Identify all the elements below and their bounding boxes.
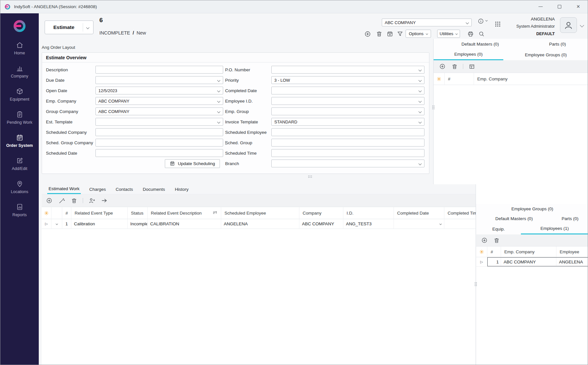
table-row[interactable]: ▷ 1 Calibration Incomplete CALIBRATION A… (42, 219, 476, 229)
scheduled-time-input[interactable] (271, 149, 424, 157)
column-header[interactable]: Related Event Description (148, 207, 221, 219)
completed-date-select[interactable] (271, 87, 424, 94)
record-type-selector[interactable]: Estimate (45, 21, 93, 34)
column-header[interactable]: # (62, 207, 71, 219)
splitter-drag-handle[interactable] (308, 175, 312, 178)
column-header[interactable]: # (487, 246, 501, 257)
priority-select[interactable]: 3 - LOW (271, 76, 424, 84)
sort-icon[interactable] (212, 210, 218, 216)
sidebar-item-equipment[interactable]: Equipment (0, 83, 39, 106)
info-button[interactable] (477, 18, 484, 25)
column-header[interactable]: Related Event Type (71, 207, 128, 219)
tab-employee-groups-bottom[interactable]: Employee Groups (0) (476, 204, 588, 214)
delete-row-button[interactable] (493, 237, 500, 244)
branch-select[interactable] (271, 160, 424, 167)
row-expander[interactable]: ▷ (45, 222, 48, 226)
sidebar-item-reports[interactable]: Reports (0, 199, 39, 222)
sidebar-item-locations[interactable]: Locations (0, 175, 39, 199)
column-header[interactable]: I.D. (343, 207, 394, 219)
emp-company-select[interactable]: ABC COMPANY (95, 97, 223, 105)
panel-drag-handle[interactable] (474, 282, 477, 287)
description-input[interactable] (95, 66, 223, 74)
calendar-button[interactable] (386, 30, 394, 37)
row-dropdown-chevron-icon[interactable] (55, 223, 58, 225)
delete-row-button[interactable] (451, 63, 458, 70)
add-row-button[interactable] (481, 237, 488, 244)
delete-work-button[interactable] (70, 197, 78, 204)
add-record-button[interactable] (364, 30, 371, 37)
sidebar-item-order-system[interactable]: Order System (0, 129, 39, 152)
delete-record-button[interactable] (376, 30, 383, 37)
tab-employee-groups[interactable]: Employee Groups (0) (503, 49, 588, 60)
tab-estimated-work[interactable]: Estimated Work (47, 184, 81, 194)
close-button[interactable]: × (569, 0, 588, 13)
open-date-select[interactable]: 12/5/2023 (95, 87, 223, 94)
assign-employee-button[interactable] (88, 197, 95, 204)
sun-icon[interactable] (44, 211, 49, 216)
layout-grid-button[interactable] (468, 63, 475, 70)
sun-icon[interactable] (437, 77, 441, 81)
est-template-select[interactable] (95, 118, 223, 126)
tab-documents[interactable]: Documents (141, 184, 166, 194)
sidebar-item-company[interactable]: Company (0, 60, 39, 83)
work-grid-body[interactable] (42, 229, 476, 365)
sidebar-item-pending-work[interactable]: Pending Work (0, 106, 39, 129)
search-button[interactable] (478, 30, 485, 37)
tab-employees[interactable]: Employees (0) (434, 49, 503, 60)
row-expander[interactable]: ▷ (480, 260, 483, 264)
chevron-down-icon (419, 68, 422, 72)
sun-icon[interactable] (479, 249, 484, 254)
tab-employees-bottom[interactable]: Employees (1) (521, 223, 588, 234)
tab-default-masters-bottom[interactable]: Default Masters (0) (476, 214, 552, 223)
due-date-select[interactable] (95, 76, 223, 84)
filter-button[interactable] (396, 30, 404, 37)
table-row[interactable]: ▷ 1 ABC COMPANY ANGELENA (476, 257, 588, 267)
column-header[interactable]: Employee (556, 246, 588, 257)
groups-grid-body[interactable] (476, 267, 588, 365)
tab-history[interactable]: History (174, 184, 190, 194)
column-header[interactable]: Company (299, 207, 343, 219)
panel-drag-handle[interactable] (432, 105, 435, 110)
invoice-template-select[interactable]: STANDARD (271, 118, 424, 126)
print-button[interactable] (467, 30, 474, 37)
tab-charges[interactable]: Charges (88, 184, 107, 194)
column-header[interactable]: Emp. Company (501, 246, 556, 257)
update-scheduling-button[interactable]: Update Scheduling (165, 159, 220, 168)
tab-default-masters[interactable]: Default Masters (0) (434, 39, 527, 49)
maximize-button[interactable] (550, 0, 569, 13)
column-header[interactable]: Completed Date (394, 207, 444, 219)
sched-group-input[interactable] (271, 139, 424, 147)
employee-id-select[interactable] (271, 97, 424, 105)
column-header[interactable]: # (445, 73, 474, 85)
cell-completed-date[interactable] (394, 219, 444, 229)
options-button[interactable]: Options (406, 30, 431, 38)
minimize-button[interactable] (531, 0, 550, 13)
tab-contacts[interactable]: Contacts (114, 184, 134, 194)
add-work-button[interactable] (46, 197, 53, 204)
auto-generate-button[interactable] (58, 197, 65, 204)
add-row-button[interactable] (439, 63, 446, 70)
emp-group-select[interactable] (271, 107, 424, 115)
sidebar-item-home[interactable]: Home (0, 37, 39, 60)
scheduled-employee-input[interactable] (271, 128, 424, 136)
scheduled-date-input[interactable] (95, 149, 223, 157)
po-number-select[interactable] (271, 66, 424, 74)
chevron-down-icon[interactable] (485, 19, 488, 21)
sched-group-company-input[interactable] (95, 139, 223, 147)
forward-button[interactable] (101, 197, 108, 204)
column-drag-handle[interactable] (225, 141, 228, 145)
utilities-button[interactable]: Utilities (437, 30, 460, 38)
group-company-select[interactable]: ABC COMPANY (95, 107, 223, 115)
tab-equip[interactable]: Equip. (476, 223, 521, 234)
column-header[interactable]: Completed Time (444, 207, 476, 219)
tab-parts[interactable]: Parts (0) (527, 39, 588, 49)
scheduled-company-input[interactable] (95, 128, 223, 136)
column-header[interactable]: Emp. Company (474, 73, 588, 85)
avatar[interactable] (560, 17, 577, 33)
tab-parts-bottom[interactable]: Parts (0) (552, 214, 588, 223)
column-header[interactable]: Status (128, 207, 148, 219)
column-header[interactable]: Scheduled Employee (221, 207, 299, 219)
user-menu-chevron-icon[interactable] (580, 23, 584, 27)
company-selector[interactable]: ABC COMPANY (382, 19, 472, 26)
sidebar-item-add-edit[interactable]: Add/Edit (0, 152, 39, 175)
